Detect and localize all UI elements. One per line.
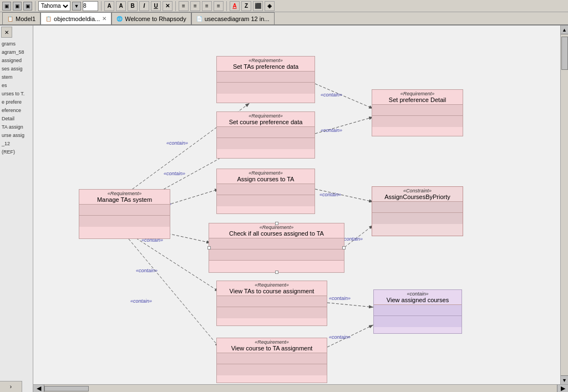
sidebar-item-12[interactable]: urse assig xyxy=(1,131,32,139)
bold-b-button[interactable]: B xyxy=(128,1,138,11)
color-a-button[interactable]: A xyxy=(230,1,240,11)
hscroll-thumb[interactable] xyxy=(44,386,89,391)
node-set-course-pref-section1 xyxy=(217,127,315,138)
node-view-tas-assignment-header: «Requirement» View TAs to course assignm… xyxy=(217,281,327,296)
node-set-course-pref[interactable]: «Requirement» Set course preference data xyxy=(216,111,315,159)
sidebar-item-17[interactable]: (REF) xyxy=(1,148,32,156)
sidebar-collapse-button[interactable]: ✕ xyxy=(1,27,12,38)
node-check-courses-header: «Requirement» Check if all courses assig… xyxy=(209,223,344,238)
vscroll-thumb[interactable] xyxy=(561,37,568,70)
svg-line-13 xyxy=(315,84,373,109)
node-assign-by-priority-stereotype: «Constraint» xyxy=(374,188,460,194)
node-manage-tas[interactable]: «Requirement» Manage TAs system xyxy=(79,189,170,239)
toolbar-sep-2 xyxy=(101,1,102,11)
node-manage-tas-header: «Requirement» Manage TAs system xyxy=(79,190,170,205)
color-extra[interactable]: ◈ xyxy=(265,1,275,11)
node-check-courses-section1 xyxy=(209,238,344,250)
node-assign-by-priority[interactable]: «Constraint» AssignCoursesByPriorty xyxy=(372,186,463,236)
sidebar-item-5[interactable]: stem xyxy=(1,73,32,81)
bold-button[interactable]: A xyxy=(104,1,114,11)
node-view-course-ta-header: «Requirement» View course to TA assignme… xyxy=(217,338,327,353)
svg-line-23 xyxy=(327,325,373,347)
sidebar-item-7[interactable]: urses to T. xyxy=(1,90,32,98)
sidebar-item-0[interactable]: grams xyxy=(1,40,32,48)
toolbar-sep-3 xyxy=(175,1,176,11)
font-size-input[interactable] xyxy=(83,1,98,11)
hscroll-right[interactable]: ▶ xyxy=(557,385,568,392)
node-manage-tas-section1 xyxy=(79,205,170,216)
svg-text:«contain»: «contain» xyxy=(164,171,185,176)
node-check-courses-stereotype: «Requirement» xyxy=(211,225,342,230)
sidebar-item-6[interactable]: es xyxy=(1,82,32,89)
node-assign-courses-section1 xyxy=(217,184,315,195)
svg-text:«contain»: «contain» xyxy=(329,296,351,301)
align-justify[interactable]: ≡ xyxy=(214,1,224,11)
node-assign-by-priority-section1 xyxy=(372,202,463,213)
toolbar-sep-4 xyxy=(226,1,227,11)
svg-text:«contain»: «contain» xyxy=(136,268,158,273)
sidebar-item-4[interactable]: ses assig xyxy=(1,65,32,73)
resize-handle-top[interactable] xyxy=(275,222,278,225)
sidebar-item-8[interactable]: e prefere xyxy=(1,98,32,106)
tab-welcome[interactable]: 🌐 Welcome to Rhapsody xyxy=(111,12,191,24)
align-left[interactable]: ≡ xyxy=(179,1,189,11)
tab-model1[interactable]: 📋 Model1 xyxy=(2,12,40,24)
node-check-courses-section2 xyxy=(209,250,344,261)
sidebar-item-14[interactable]: _12 xyxy=(1,140,32,147)
underline-button[interactable]: U xyxy=(151,1,161,11)
vscroll-down[interactable]: ▼ xyxy=(561,375,568,384)
node-set-tas-pref-header: «Requirement» Set TAs preference data xyxy=(217,57,315,72)
node-set-tas-pref-section2 xyxy=(217,83,315,94)
node-view-tas-assignment-section1 xyxy=(217,296,327,307)
node-check-courses[interactable]: «Requirement» Check if all courses assig… xyxy=(209,223,344,273)
node-set-pref-detail[interactable]: «Requirement» Set preference Detail xyxy=(372,89,463,136)
node-set-tas-pref-section1 xyxy=(217,72,315,83)
node-view-course-ta[interactable]: «Requirement» View course to TA assignme… xyxy=(216,338,327,383)
format-a-button[interactable]: A xyxy=(116,1,126,11)
resize-handle-left[interactable] xyxy=(207,246,211,250)
italic-button[interactable]: I xyxy=(139,1,149,11)
tab-objectmodeldia-close[interactable]: ✕ xyxy=(102,16,106,22)
align-center[interactable]: ≡ xyxy=(190,1,200,11)
sidebar-item-10[interactable]: Detail xyxy=(1,115,32,123)
main-layout: ✕ grams agram_58 assigned ses assig stem… xyxy=(0,26,568,392)
horizontal-scrollbar[interactable]: ◀ ▶ xyxy=(33,384,568,392)
tab-usecase[interactable]: 📄 usecasediagram 12 in... xyxy=(191,12,275,24)
svg-text:«contain»: «contain» xyxy=(329,334,351,340)
sidebar-item-1[interactable]: agram_58 xyxy=(1,48,32,56)
sidebar-item-3[interactable]: assigned xyxy=(1,57,32,64)
align-right[interactable]: ≡ xyxy=(202,1,212,11)
tab-objectmodeldia[interactable]: 📋 objectmodeldia... ✕ xyxy=(40,12,111,24)
node-set-pref-detail-section1 xyxy=(372,105,463,116)
sidebar-item-9[interactable]: eference xyxy=(1,106,32,114)
sidebar-item-11[interactable]: TA assign xyxy=(1,123,32,131)
resize-handle-bottom[interactable] xyxy=(275,271,278,274)
node-check-courses-name: Check if all courses assigned to TA xyxy=(211,230,342,237)
node-view-course-ta-section1 xyxy=(217,353,327,364)
vertical-scrollbar[interactable]: ▲ ▼ xyxy=(560,26,568,384)
diagram-canvas[interactable]: «contain» «contain» «contain» «contain» … xyxy=(33,26,568,392)
toolbar-sep-1 xyxy=(35,1,36,11)
sidebar-bottom-arrow[interactable]: › xyxy=(0,381,22,392)
node-set-tas-pref[interactable]: «Requirement» Set TAs preference data xyxy=(216,56,315,103)
svg-text:«contain»: «contain» xyxy=(321,92,342,98)
toolbar-icon-1[interactable]: ▣ xyxy=(2,2,11,11)
node-assign-courses[interactable]: «Requirement» Assign courses to TA xyxy=(216,169,315,214)
node-view-assigned-courses[interactable]: «contain» View assigned courses xyxy=(373,289,462,334)
resize-handle-right[interactable] xyxy=(342,246,346,250)
toolbar-icon-2[interactable]: ▣ xyxy=(13,2,22,11)
font-dropdown-icon[interactable]: ▼ xyxy=(72,2,81,11)
toolbar: ▣ ▣ ▣ Tahoma ▼ A A B I U ✕ ≡ ≡ ≡ ≡ A Z ⬛… xyxy=(0,0,568,12)
vscroll-up[interactable]: ▲ xyxy=(561,26,568,34)
format-special[interactable]: ✕ xyxy=(163,1,173,11)
sidebar: ✕ grams agram_58 assigned ses assig stem… xyxy=(0,26,33,392)
font-family-select[interactable]: Tahoma xyxy=(38,1,70,11)
hscroll-left[interactable]: ◀ xyxy=(33,385,44,392)
node-view-tas-assignment[interactable]: «Requirement» View TAs to course assignm… xyxy=(216,281,327,326)
color-box-button[interactable]: ⬛ xyxy=(253,1,263,11)
color-z-button[interactable]: Z xyxy=(241,1,251,11)
toolbar-icon-3[interactable]: ▣ xyxy=(23,2,32,11)
node-set-course-pref-section2 xyxy=(217,138,315,149)
node-view-assigned-courses-header: «contain» View assigned courses xyxy=(374,290,462,305)
svg-line-21 xyxy=(327,303,373,307)
